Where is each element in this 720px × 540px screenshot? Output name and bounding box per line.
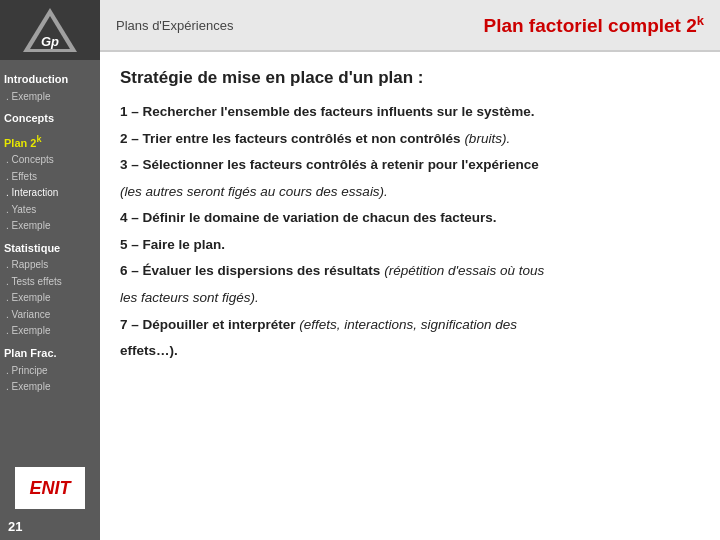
page-header: Plans d'Expériences Plan factoriel compl… [100, 0, 720, 52]
page-content: Stratégie de mise en place d'un plan : 1… [100, 52, 720, 540]
logo-text: Gp [41, 34, 59, 49]
sidebar-item-concepts-sub[interactable]: . Concepts [4, 152, 96, 169]
logo-box: Gp [23, 8, 77, 52]
sidebar-item-plan-frac[interactable]: Plan Frac. [4, 344, 96, 363]
content-item-1-bold: 1 – Rechercher l'ensemble des facteurs i… [120, 104, 534, 119]
content-item-9-italic: (effets, interactions, signification des [296, 317, 517, 332]
content-item-9: 7 – Dépouiller et interpréter (effets, i… [120, 315, 700, 335]
sidebar-item-exemple-2[interactable]: . Exemple [4, 218, 96, 235]
content-item-3: 3 – Sélectionner les facteurs contrôlés … [120, 155, 700, 175]
sidebar-item-yates[interactable]: . Yates [4, 202, 96, 219]
content-item-9-bold: 7 – Dépouiller et interpréter [120, 317, 296, 332]
content-item-5: 4 – Définir le domaine de variation de c… [120, 208, 700, 228]
sidebar-item-tests-effets[interactable]: . Tests effets [4, 274, 96, 291]
logo-area: Gp [0, 0, 100, 60]
content-item-4-italic: (les autres seront figés au cours des es… [120, 184, 388, 199]
sidebar-item-exemple-4[interactable]: . Exemple [4, 323, 96, 340]
content-item-7-bold: 6 – Évaluer les dispersions des résultat… [120, 263, 380, 278]
enit-logo: ENIT [15, 467, 85, 509]
sidebar-item-principe[interactable]: . Principe [4, 363, 96, 380]
content-item-3-bold: 3 – Sélectionner les facteurs contrôlés … [120, 157, 539, 172]
header-title: Plan factoriel complet 2k [483, 13, 704, 37]
sidebar-item-interaction[interactable]: . Interaction [4, 185, 96, 202]
sidebar-item-effets[interactable]: . Effets [4, 169, 96, 186]
header-subtitle: Plans d'Expériences [116, 18, 233, 33]
enit-text: ENIT [29, 478, 70, 499]
content-item-6: 5 – Faire le plan. [120, 235, 700, 255]
content-item-4: (les autres seront figés au cours des es… [120, 182, 700, 202]
sidebar-item-exemple-1[interactable]: . Exemple [4, 89, 96, 106]
content-item-10: effets…). [120, 341, 700, 361]
sidebar-item-variance[interactable]: . Variance [4, 307, 96, 324]
content-item-8-italic: les facteurs sont figés). [120, 290, 259, 305]
header-superscript: k [697, 13, 704, 28]
sidebar-navigation: Introduction . Exemple Concepts Plan 2k … [0, 60, 100, 402]
content-item-8: les facteurs sont figés). [120, 288, 700, 308]
content-item-2: 2 – Trier entre les facteurs contrôlés e… [120, 129, 700, 149]
sidebar-item-introduction[interactable]: Introduction [4, 70, 96, 89]
sidebar-bottom: ENIT 21 [0, 467, 100, 540]
content-section-title: Stratégie de mise en place d'un plan : [120, 68, 700, 88]
content-item-7: 6 – Évaluer les dispersions des résultat… [120, 261, 700, 281]
sidebar-item-statistique[interactable]: Statistique [4, 239, 96, 258]
content-item-1: 1 – Rechercher l'ensemble des facteurs i… [120, 102, 700, 122]
sidebar-item-rappels[interactable]: . Rappels [4, 257, 96, 274]
header-title-text: Plan factoriel complet 2 [483, 15, 696, 36]
content-item-7-italic: (répétition d'essais où tous [380, 263, 544, 278]
content-item-6-bold: 5 – Faire le plan. [120, 237, 225, 252]
content-item-5-bold: 4 – Définir le domaine de variation de c… [120, 210, 497, 225]
content-item-10-bold: effets…). [120, 343, 178, 358]
sidebar-item-concepts[interactable]: Concepts [4, 109, 96, 128]
content-item-2-italic: (bruits). [461, 131, 511, 146]
page-number: 21 [0, 513, 100, 540]
main-content: Plans d'Expériences Plan factoriel compl… [100, 0, 720, 540]
sidebar-item-exemple-5[interactable]: . Exemple [4, 379, 96, 396]
sidebar-item-plan2k[interactable]: Plan 2k [4, 132, 96, 152]
sidebar-item-exemple-3[interactable]: . Exemple [4, 290, 96, 307]
sidebar: Gp Introduction . Exemple Concepts Plan … [0, 0, 100, 540]
content-item-2-bold: 2 – Trier entre les facteurs contrôlés e… [120, 131, 461, 146]
